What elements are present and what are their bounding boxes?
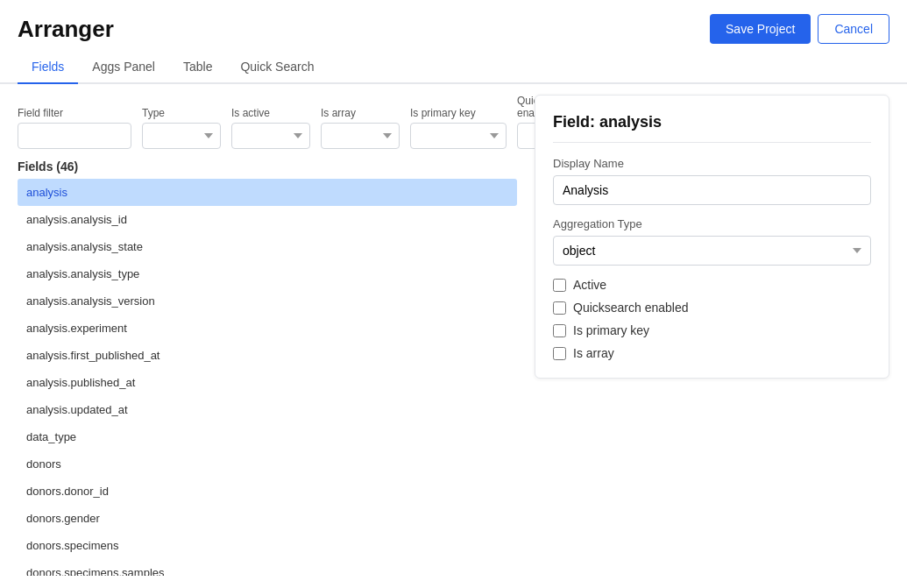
type-filter-group: Type — [142, 107, 221, 149]
is-array-checkbox[interactable] — [553, 347, 566, 360]
quicksearch-enabled-checkbox-item: Quicksearch enabled — [553, 301, 871, 315]
quicksearch-enabled-checkbox[interactable] — [553, 301, 566, 315]
display-name-label: Display Name — [553, 157, 871, 170]
field-filter-label: Field filter — [18, 107, 131, 119]
tabs-bar: Fields Aggs Panel Table Quick Search — [0, 51, 907, 84]
is-array-checkbox-item: Is array — [553, 346, 871, 360]
is-primary-key-filter-select[interactable] — [410, 123, 507, 149]
filters-row: Field filter Type Is active Is array — [18, 95, 517, 149]
tab-quick-search[interactable]: Quick Search — [226, 51, 328, 84]
field-list: analysis analysis.analysis_id analysis.a… — [18, 179, 517, 576]
is-array-filter-label: Is array — [321, 107, 400, 119]
display-name-group: Display Name — [553, 157, 871, 205]
field-item-analysis[interactable]: analysis — [18, 179, 517, 206]
is-active-filter-group: Is active — [231, 107, 310, 149]
field-filter-input[interactable] — [18, 123, 131, 149]
display-name-input[interactable] — [553, 175, 871, 205]
list-item[interactable]: analysis.first_published_at — [18, 342, 517, 369]
list-item[interactable]: analysis.published_at — [18, 369, 517, 396]
active-checkbox-label: Active — [573, 278, 606, 292]
is-primary-key-checkbox-item: Is primary key — [553, 323, 871, 337]
active-checkbox-item: Active — [553, 278, 871, 292]
tab-aggs-panel[interactable]: Aggs Panel — [78, 51, 169, 84]
panel-title: Field: analysis — [553, 113, 871, 143]
is-primary-key-filter-label: Is primary key — [410, 107, 507, 119]
app-title: Arranger — [18, 16, 114, 43]
list-item[interactable]: donors.specimens.samples — [18, 559, 517, 576]
is-array-checkbox-label: Is array — [573, 346, 614, 360]
quicksearch-enabled-filter-group: Quicksearch enabled — [517, 95, 535, 149]
tab-table[interactable]: Table — [169, 51, 226, 84]
list-item[interactable]: analysis.updated_at — [18, 396, 517, 423]
quicksearch-enabled-filter-select[interactable] — [517, 123, 535, 149]
active-checkbox[interactable] — [553, 279, 566, 292]
main-content: Field filter Type Is active Is array — [0, 84, 907, 576]
list-item[interactable]: donors — [18, 450, 517, 478]
tab-fields[interactable]: Fields — [18, 51, 78, 84]
is-primary-key-filter-group: Is primary key — [410, 107, 507, 149]
is-array-filter-group: Is array — [321, 107, 400, 149]
is-array-filter-select[interactable] — [321, 123, 400, 149]
quicksearch-enabled-checkbox-label: Quicksearch enabled — [573, 301, 689, 315]
list-item[interactable]: analysis.analysis_version — [18, 287, 517, 315]
is-primary-key-checkbox[interactable] — [553, 324, 566, 337]
list-item[interactable]: analysis.analysis_type — [18, 260, 517, 287]
quicksearch-enabled-filter-label: Quicksearch enabled — [517, 95, 535, 119]
app-header: Arranger Save Project Cancel — [0, 0, 907, 51]
list-item[interactable]: donors.specimens — [18, 532, 517, 559]
aggregation-type-group: Aggregation Type object terms stats date… — [553, 217, 871, 266]
list-item[interactable]: analysis.analysis_id — [18, 206, 517, 233]
header-actions: Save Project Cancel — [710, 14, 889, 44]
left-panel: Field filter Type Is active Is array — [0, 84, 535, 576]
field-filter-group: Field filter — [18, 107, 131, 149]
checkbox-group: Active Quicksearch enabled Is primary ke… — [553, 278, 871, 360]
list-item[interactable]: analysis.analysis_state — [18, 233, 517, 260]
is-active-filter-select[interactable] — [231, 123, 310, 149]
list-item[interactable]: data_type — [18, 423, 517, 450]
aggregation-type-label: Aggregation Type — [553, 217, 871, 230]
fields-count: Fields (46) — [18, 159, 517, 174]
type-filter-label: Type — [142, 107, 221, 119]
is-primary-key-checkbox-label: Is primary key — [573, 323, 649, 337]
aggregation-type-select[interactable]: object terms stats date_histogram — [553, 236, 871, 266]
list-item[interactable]: donors.donor_id — [18, 478, 517, 505]
is-active-filter-label: Is active — [231, 107, 310, 119]
type-filter-select[interactable] — [142, 123, 221, 149]
right-panel: Field: analysis Display Name Aggregation… — [535, 95, 889, 379]
list-item[interactable]: analysis.experiment — [18, 315, 517, 342]
save-project-button[interactable]: Save Project — [710, 14, 811, 44]
list-item[interactable]: donors.gender — [18, 505, 517, 532]
cancel-button[interactable]: Cancel — [818, 14, 889, 44]
